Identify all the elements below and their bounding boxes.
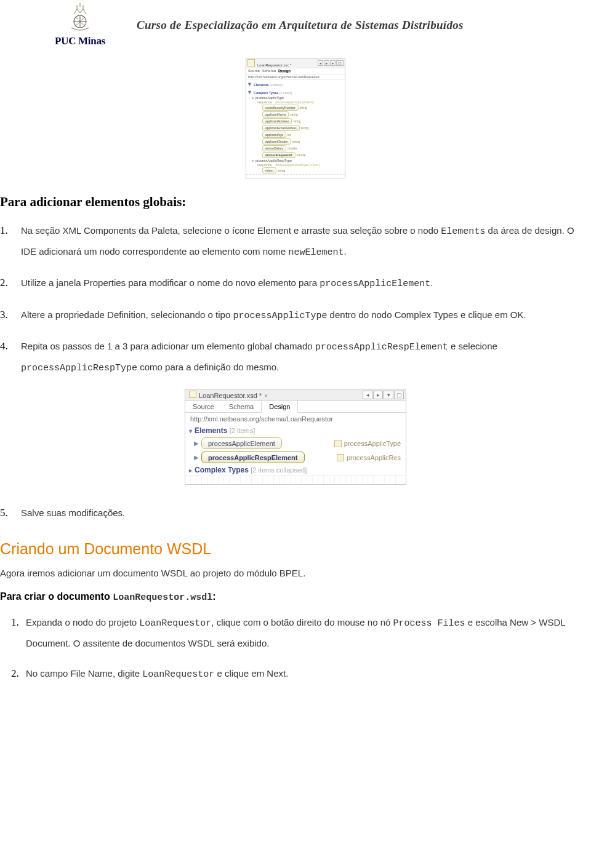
sequence-row: sequence processApplicRespType [1 item]: [246, 163, 345, 167]
maximize-icon[interactable]: ▢: [394, 391, 404, 399]
ide-large-url: http://xml.netbeans.org/schema/LoanReque…: [185, 413, 406, 425]
subsection-heading: Para criar o documento LoanRequestor.wsd…: [0, 591, 591, 603]
steps-list-2: 1. Expanda o nodo do projeto LoanRequest…: [0, 613, 591, 685]
type-icon: [334, 440, 342, 447]
tab-design[interactable]: Design: [278, 69, 291, 73]
complex-types-section[interactable]: ▾Complex Types [2 items]: [246, 88, 345, 96]
field-row[interactable]: amountRequesteddouble: [246, 152, 345, 159]
ide-mini-url: http://xml.netbeans.org/schema/LoanReque…: [246, 74, 345, 80]
type-icon: [337, 454, 344, 461]
nav-next-icon[interactable]: ▸: [373, 391, 383, 399]
dropdown-icon[interactable]: ▾: [384, 391, 393, 399]
section-heading-orange: Criando um Documento WSDL: [0, 540, 591, 558]
file-icon: [247, 59, 255, 66]
nav-prev-icon[interactable]: ◂: [363, 391, 372, 399]
steps-list-1b: 5. Salve suas modificações.: [0, 503, 591, 523]
ide-mini-filename: LoanRequestor.xsc *: [257, 63, 291, 67]
elements-section[interactable]: ▾Elements [2 items]: [185, 425, 406, 436]
field-row[interactable]: applicantAddressstring: [246, 118, 345, 125]
tab-schschema[interactable]: Schema: [222, 401, 261, 412]
chevron-right-icon: ▸: [189, 467, 192, 474]
step-body: Salve suas modificações.: [21, 503, 125, 523]
nav-prev-icon[interactable]: ◂: [318, 60, 323, 66]
ide-large-tabs: Source Schema Design: [185, 401, 406, 413]
element-row-selected[interactable]: ▶ processApplicRespElement processApplic…: [185, 450, 406, 464]
elements-section[interactable]: ▾Elements [0 items]: [246, 80, 345, 88]
step-number: 5.: [0, 507, 21, 519]
arrow-icon: ▶: [194, 440, 199, 447]
complex-types-section[interactable]: ▸Complex Types [2 items collapsed]: [185, 464, 406, 476]
ide-mini-titlebar: LoanRequestor.xsc * ◂ ▸ ▾ ▢: [246, 58, 345, 68]
complex-type-row[interactable]: ▸ processApplicRespType: [246, 159, 345, 163]
ide-mini-window: LoanRequestor.xsc * ◂ ▸ ▾ ▢ Source Schem…: [246, 58, 345, 178]
field-row[interactable]: applicantNamestring: [246, 111, 345, 118]
step-number: 2.: [0, 667, 26, 680]
chevron-down-icon: ▾: [248, 81, 251, 87]
torn-edge: [246, 174, 345, 178]
field-row[interactable]: returnstring: [246, 167, 345, 174]
complex-type-row[interactable]: ▸ processApplicType: [246, 96, 345, 100]
page-header: PUC Minas Curso de Especialização em Arq…: [0, 0, 591, 50]
step-body: Na seção XML Components da Paleta, selec…: [21, 221, 591, 262]
field-row[interactable]: socialSecurityNumberstring: [246, 105, 345, 111]
step-number: 1.: [0, 225, 21, 237]
field-row[interactable]: applicantGenderstring: [246, 138, 345, 145]
logo-text: PUC Minas: [55, 35, 105, 47]
course-title: Curso de Especialização em Arquitetura d…: [137, 18, 464, 32]
tab-source[interactable]: Source: [248, 69, 260, 73]
step-body: Utilize a janela Properties para modific…: [21, 273, 433, 294]
step-body: No campo File Name, digite LoanRequestor…: [26, 664, 288, 685]
file-icon: [189, 391, 196, 398]
field-row[interactable]: applicantAgeint: [246, 132, 345, 138]
maximize-icon[interactable]: ▢: [336, 60, 344, 66]
ide-large-filename: LoanRequestor.xsd *: [199, 392, 262, 399]
main-content: Para adicionar elementos globais: 1. Na …: [0, 194, 591, 720]
dropdown-icon[interactable]: ▾: [330, 60, 336, 66]
step-body: Repita os passos de 1 a 3 para adicionar…: [21, 336, 591, 378]
element-row[interactable]: ▶ processApplicElement processApplicType: [185, 436, 406, 450]
section-heading: Para adicionar elementos globais:: [0, 194, 591, 210]
tab-design[interactable]: Design: [261, 401, 298, 413]
steps-list-1: 1. Na seção XML Components da Paleta, se…: [0, 221, 591, 378]
logo-block: PUC Minas: [43, 3, 117, 47]
torn-edge: [185, 476, 406, 484]
field-row[interactable]: annualSalarydouble: [246, 145, 345, 152]
arrow-icon: ▶: [194, 454, 199, 461]
step-body: Altere a propriedade Definition, selecio…: [21, 305, 526, 326]
intro-paragraph: Agora iremos adicionar um documento WSDL…: [0, 567, 591, 581]
step-number: 2.: [0, 277, 21, 289]
chevron-down-icon: ▾: [189, 428, 192, 434]
ide-mini-tabs: Source Schema Design: [246, 68, 345, 74]
step-body: Expanda o nodo do projeto LoanRequestor,…: [26, 613, 591, 653]
sequence-row: sequence processApplicType [8 items]: [246, 100, 345, 105]
puc-logo-icon: [63, 3, 97, 33]
ide-large-window: LoanRequestor.xsd *× ◂ ▸ ▾ ▢ Source Sche…: [185, 389, 406, 485]
step-number: 4.: [0, 340, 21, 352]
step-number: 3.: [0, 309, 21, 321]
field-row[interactable]: applicantEmailAddressstring: [246, 125, 345, 132]
tab-schema[interactable]: Schema: [262, 69, 276, 73]
chevron-down-icon: ▾: [248, 89, 251, 95]
tab-source[interactable]: Source: [185, 401, 222, 412]
ide-large-titlebar: LoanRequestor.xsd *× ◂ ▸ ▾ ▢: [185, 389, 406, 401]
close-tab-icon[interactable]: ×: [264, 392, 268, 399]
step-number: 1.: [0, 616, 26, 629]
nav-next-icon[interactable]: ▸: [324, 60, 329, 66]
